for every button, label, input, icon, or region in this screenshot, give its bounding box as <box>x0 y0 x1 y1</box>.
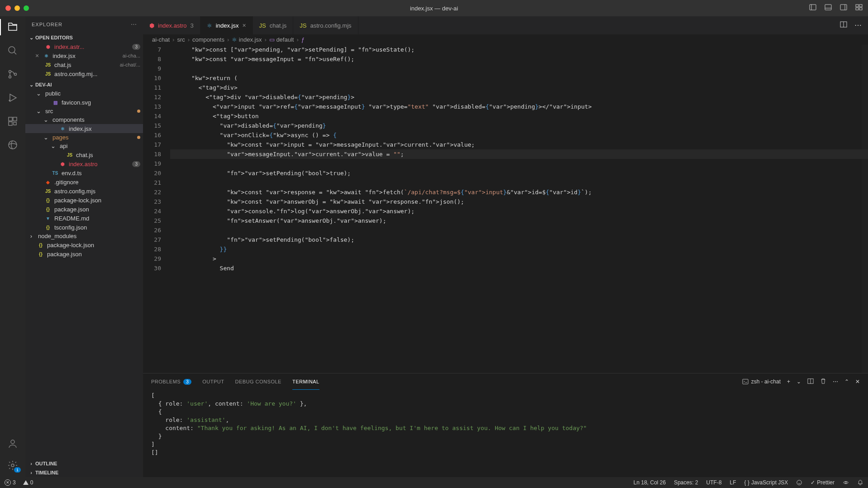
file-item[interactable]: {}package.json <box>25 249 143 258</box>
live-share-icon[interactable] <box>843 479 849 486</box>
eol[interactable]: LF <box>730 479 736 486</box>
terminal-profile[interactable]: zsh - ai-chat <box>742 378 781 385</box>
close-panel-icon[interactable]: ✕ <box>855 378 860 385</box>
edge-tools-icon[interactable] <box>6 139 19 151</box>
svg-point-12 <box>9 71 11 73</box>
warnings-count[interactable]: 0 <box>23 479 33 486</box>
timeline-header[interactable]: ›TIMELINE <box>25 468 143 477</box>
terminal-dropdown-icon[interactable]: ⌄ <box>796 378 801 385</box>
statusbar: ✕3 0 Ln 18, Col 26 Spaces: 2 UTF-8 LF { … <box>0 477 868 488</box>
cursor-position[interactable]: Ln 18, Col 26 <box>634 479 666 486</box>
svg-point-29 <box>845 482 847 483</box>
extensions-icon[interactable] <box>6 115 19 128</box>
svg-rect-25 <box>743 379 748 384</box>
folder-item[interactable]: ⌄public <box>25 89 143 98</box>
svg-rect-8 <box>856 8 858 10</box>
open-editors-header[interactable]: ⌄OPEN EDITORS <box>25 33 143 42</box>
close-tab-icon[interactable]: × <box>242 22 246 29</box>
folder-item[interactable]: ⌄components <box>25 115 143 124</box>
feedback-icon[interactable] <box>796 479 802 486</box>
file-item[interactable]: {}package-lock.json <box>25 240 143 249</box>
file-icon: JS <box>44 70 52 77</box>
editor-tab[interactable]: ⚛index.jsx× <box>200 16 253 34</box>
output-tab[interactable]: OUTPUT <box>202 373 224 390</box>
editor-tab[interactable]: JSchat.js <box>253 16 294 34</box>
file-item[interactable]: {}package.json <box>25 205 143 214</box>
kill-terminal-icon[interactable] <box>820 378 826 386</box>
code-editor[interactable]: 7891011121314151617181920212223242526272… <box>143 45 868 373</box>
breadcrumb-item[interactable]: ai-chat <box>152 36 170 43</box>
file-item[interactable]: {}tsconfig.json <box>25 223 143 232</box>
breadcrumb-item[interactable]: ⚛ index.jsx <box>232 36 262 43</box>
maximize-panel-icon[interactable]: ⌃ <box>844 378 849 385</box>
open-editor-item[interactable]: JSastro.config.mj... <box>25 69 143 78</box>
terminal-more-icon[interactable]: ⋯ <box>833 378 838 385</box>
more-actions-icon[interactable]: ⋯ <box>854 21 862 30</box>
accounts-icon[interactable] <box>6 437 19 450</box>
window-close[interactable] <box>5 5 11 11</box>
window-minimize[interactable] <box>14 5 20 11</box>
folder-item[interactable]: ⌄pages <box>25 133 143 142</box>
search-icon[interactable] <box>6 44 19 57</box>
encoding[interactable]: UTF-8 <box>706 479 722 486</box>
editor-tab[interactable]: ⬢index.astro3 <box>143 16 200 34</box>
window-maximize[interactable] <box>24 5 29 11</box>
open-editor-item[interactable]: ×⚛index.jsxai-cha... <box>25 51 143 60</box>
breadcrumb-item[interactable]: components <box>192 36 224 43</box>
source-control-icon[interactable] <box>6 68 19 81</box>
problems-tab[interactable]: PROBLEMS3 <box>151 373 191 390</box>
settings-gear-icon[interactable]: 1 <box>6 459 19 472</box>
svg-rect-2 <box>825 5 831 10</box>
breadcrumb-item[interactable]: ƒ <box>301 36 305 43</box>
folder-item[interactable]: ›node_modules <box>25 232 143 240</box>
notifications-icon[interactable] <box>857 479 863 486</box>
folder-item[interactable]: ⌄src <box>25 107 143 115</box>
folder-item[interactable]: ⌄api <box>25 142 143 150</box>
svg-rect-16 <box>9 117 12 121</box>
errors-count[interactable]: ✕3 <box>5 479 16 486</box>
file-item[interactable]: ▼README.md <box>25 214 143 223</box>
layout-sidebar-left-icon[interactable] <box>809 4 816 13</box>
file-icon: JS <box>66 151 73 158</box>
file-item[interactable]: ▧favicon.svg <box>25 98 143 107</box>
file-item[interactable]: ◆.gitignore <box>25 177 143 187</box>
prettier-status[interactable]: ✓Prettier <box>811 479 835 486</box>
open-editor-item[interactable]: ⬢index.astr...3 <box>25 42 143 51</box>
language-mode[interactable]: { }JavaScript JSX <box>744 479 788 486</box>
layout-panel-icon[interactable] <box>825 4 832 13</box>
sidebar-more-icon[interactable]: ⋯ <box>131 21 137 28</box>
breadcrumb-item[interactable]: src <box>177 36 185 43</box>
file-item[interactable]: {}package-lock.json <box>25 196 143 205</box>
svg-rect-18 <box>9 122 12 125</box>
run-debug-icon[interactable] <box>6 91 19 104</box>
file-item[interactable]: ⬢index.astro3 <box>25 159 143 168</box>
layout-sidebar-right-icon[interactable] <box>840 4 847 13</box>
minimap[interactable] <box>862 45 868 373</box>
file-item[interactable]: JSchat.js <box>25 150 143 159</box>
debug-console-tab[interactable]: DEBUG CONSOLE <box>235 373 281 390</box>
file-item[interactable]: JSastro.config.mjs <box>25 187 143 196</box>
terminal-tab[interactable]: TERMINAL <box>292 373 320 390</box>
outline-header[interactable]: ›OUTLINE <box>25 459 143 468</box>
breadcrumb[interactable]: ai-chat›src›components›⚛ index.jsx›▭ def… <box>143 34 868 45</box>
file-item[interactable]: ⚛index.jsx <box>25 124 143 133</box>
workspace-header[interactable]: ⌄DEV-AI <box>25 80 143 89</box>
layout-customize-icon[interactable] <box>855 4 863 13</box>
indentation[interactable]: Spaces: 2 <box>674 479 698 486</box>
file-icon: JS <box>44 61 52 68</box>
split-terminal-icon[interactable] <box>807 378 814 386</box>
explorer-icon[interactable] <box>6 21 19 33</box>
svg-rect-6 <box>856 5 858 7</box>
file-icon: JS <box>259 22 266 29</box>
svg-point-15 <box>9 100 10 101</box>
svg-point-21 <box>11 440 14 444</box>
file-item[interactable]: TSenv.d.ts <box>25 168 143 177</box>
editor-tab[interactable]: JSastro.config.mjs <box>293 16 358 34</box>
new-terminal-icon[interactable]: + <box>787 378 790 385</box>
open-editor-item[interactable]: JSchat.jsai-chat/... <box>25 60 143 69</box>
terminal-content[interactable]: [ { role: 'user', content: 'How are you?… <box>143 390 868 477</box>
split-editor-icon[interactable] <box>840 21 847 30</box>
close-icon[interactable]: × <box>35 52 39 59</box>
breadcrumb-item[interactable]: ▭ default <box>269 36 294 43</box>
svg-rect-9 <box>859 8 862 10</box>
